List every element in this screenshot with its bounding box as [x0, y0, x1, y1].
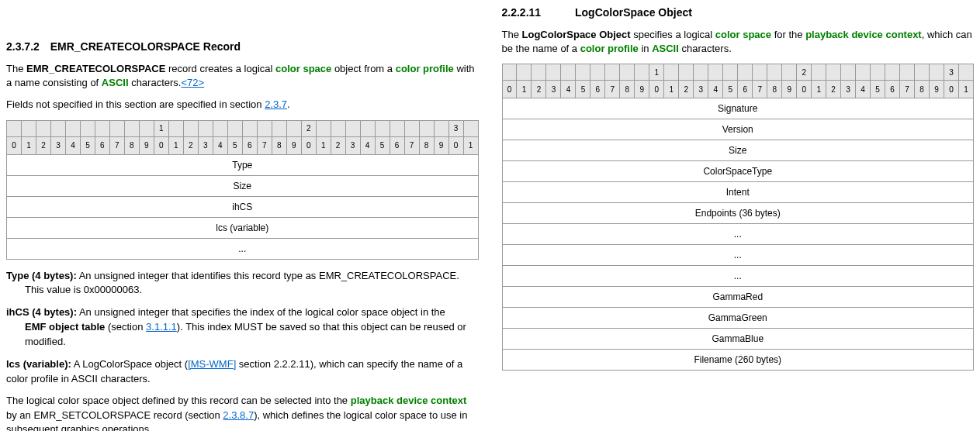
bit-ones-cell: 3 [841, 81, 856, 98]
bit-ones-cell: 3 [198, 136, 213, 154]
bit-tens-cell [124, 120, 139, 136]
bit-ones-cell: 9 [286, 136, 301, 154]
bit-ones-cell: 7 [257, 136, 272, 154]
layout-field-cell: ColorSpaceType [502, 161, 974, 182]
intro-paragraph: The EMR_CREATECOLORSPACE record creates … [6, 62, 479, 90]
left-column: 2.3.7.2 EMR_CREATECOLORSPACE Record The … [6, 6, 479, 431]
bit-tens-cell [502, 64, 517, 81]
layout-row: GammaBlue [502, 329, 974, 350]
layout-row: Type [7, 154, 479, 175]
right-column: 2.2.2.11 LogColorSpace Object The LogCol… [502, 6, 975, 431]
bit-ones-cell: 7 [605, 81, 620, 98]
bit-tens-cell [664, 64, 679, 81]
record-name: EMR_CREATECOLORSPACE [26, 63, 165, 74]
field-desc-ihcs: ihCS (4 bytes): An unsigned integer that… [6, 305, 479, 350]
section-link-237[interactable]: 2.3.7 [265, 98, 287, 110]
bit-ones-cell: 5 [723, 81, 738, 98]
layout-row: ... [502, 266, 974, 287]
layout-row: ihCS [7, 196, 479, 217]
bit-ones-cell: 6 [95, 136, 109, 154]
field-desc-type: Type (4 bytes): An unsigned integer that… [6, 269, 479, 298]
bit-tens-cell [80, 120, 95, 136]
ref-link-mswmf[interactable]: [MS-WMF] [188, 358, 236, 370]
bit-ones-cell: 0 [649, 81, 664, 98]
bit-ones-cell: 2 [183, 136, 198, 154]
footnote-link-72[interactable]: <72> [181, 77, 204, 88]
bit-ones-cell: 4 [360, 136, 375, 154]
bit-tens-cell [708, 64, 723, 81]
text: An unsigned integer that specifies the i… [77, 306, 445, 318]
bit-tens-cell [679, 64, 694, 81]
bit-ones-cell: 7 [900, 81, 915, 98]
bit-ones-cell: 8 [767, 81, 782, 98]
bit-tens-cell [168, 120, 183, 136]
bit-ones-cell: 1 [812, 81, 826, 98]
layout-field-cell: Endpoints (36 bytes) [502, 203, 974, 224]
bit-tens-cell [375, 120, 390, 136]
bit-ones-cell: 8 [419, 136, 434, 154]
object-name: LogColorSpace Object [522, 29, 631, 40]
layout-row: Intent [502, 182, 974, 203]
bit-ones-cell: 1 [168, 136, 183, 154]
section-link-3111[interactable]: 3.1.1.1 [146, 321, 177, 333]
bit-tens-cell [419, 120, 434, 136]
bit-tens-cell [605, 64, 620, 81]
bit-ones-cell: 7 [753, 81, 767, 98]
text: characters. [679, 43, 732, 54]
text: by an EMR_SETCOLORSPACE record (section [6, 409, 223, 421]
bit-tens-cell: 1 [649, 64, 664, 81]
bit-tens-cell [620, 64, 635, 81]
section-number: 2.3.7.2 [6, 40, 40, 53]
bit-tens-cell [257, 120, 272, 136]
bit-ones-cell: 2 [826, 81, 841, 98]
bit-header-ones: 01234567890123456789012345678901 [502, 81, 974, 98]
bit-ones-cell: 8 [620, 81, 635, 98]
closing-paragraph: The logical color space object defined b… [6, 394, 479, 431]
layout-row: Version [502, 119, 974, 140]
bit-tens-cell [576, 64, 590, 81]
bit-ones-cell: 1 [959, 81, 974, 98]
text: specifies a logical [631, 29, 715, 40]
field-label-ihcs: ihCS (4 bytes): [6, 306, 77, 318]
bit-tens-cell [213, 120, 227, 136]
bit-tens-cell [316, 120, 331, 136]
bit-header-tens: 123 [7, 120, 479, 136]
bit-ones-cell: 6 [738, 81, 753, 98]
bit-tens-cell [36, 120, 50, 136]
bit-ones-cell: 3 [694, 81, 708, 98]
field-desc-lcs: lcs (variable): A LogColorSpace object (… [6, 357, 479, 387]
bit-ones-cell: 2 [331, 136, 345, 154]
bit-ones-cell: 3 [345, 136, 360, 154]
layout-field-cell: ihCS [7, 196, 479, 217]
bit-tens-cell [286, 120, 301, 136]
bit-ones-cell: 6 [885, 81, 900, 98]
layout-field-cell: Filename (260 bytes) [502, 350, 974, 371]
section-title: LogColorSpace Object [575, 6, 692, 19]
bit-tens-cell [590, 64, 605, 81]
bit-ones-cell: 9 [139, 136, 154, 154]
term-color-profile: color profile [580, 43, 639, 54]
section-link-2387[interactable]: 2.3.8.7 [223, 409, 254, 421]
layout-field-cell: Size [7, 175, 479, 196]
bit-ones-cell: 5 [871, 81, 885, 98]
bit-tens-cell [738, 64, 753, 81]
text: for the [771, 29, 805, 40]
text: . [287, 98, 290, 110]
bit-ones-cell: 5 [227, 136, 242, 154]
layout-row: ... [502, 224, 974, 245]
layout-field-cell: Version [502, 119, 974, 140]
bit-tens-cell [915, 64, 930, 81]
layout-field-cell: GammaRed [502, 287, 974, 308]
bit-tens-cell: 1 [154, 120, 168, 136]
bit-tens-cell [812, 64, 826, 81]
layout-field-cell: ... [7, 238, 479, 259]
bit-ones-cell: 0 [502, 81, 517, 98]
term-playback-device-context: playback device context [805, 29, 922, 40]
bit-ones-cell: 2 [532, 81, 546, 98]
bit-tens-cell [561, 64, 576, 81]
bit-tens-cell [139, 120, 154, 136]
layout-row: lcs (variable) [7, 217, 479, 238]
bit-ones-cell: 5 [576, 81, 590, 98]
section-heading-left: 2.3.7.2 EMR_CREATECOLORSPACE Record [6, 40, 479, 53]
text: The [6, 63, 26, 74]
